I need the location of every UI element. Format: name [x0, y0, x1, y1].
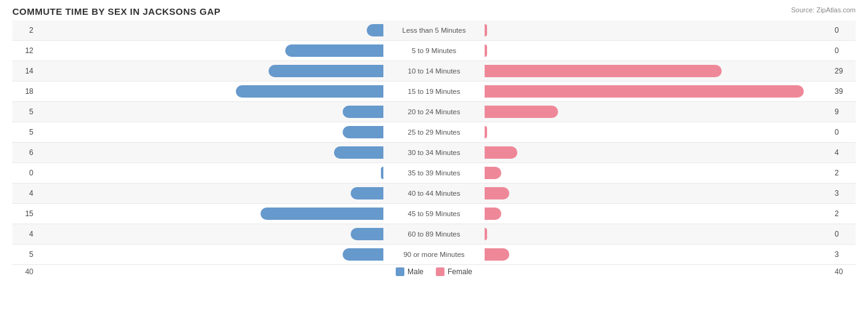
male-bar: [236, 85, 383, 98]
row-label: 45 to 59 Minutes: [385, 210, 483, 217]
chart-row: 1815 to 19 Minutes39: [12, 82, 856, 102]
male-value: 4: [12, 230, 37, 238]
row-label: 90 or more Minutes: [385, 251, 483, 258]
right-bars: [483, 41, 831, 61]
male-bar: [351, 187, 383, 199]
male-bar: [343, 106, 383, 118]
row-label: 25 to 29 Minutes: [385, 128, 483, 136]
female-bar: [485, 24, 487, 36]
left-bars: [37, 163, 385, 183]
female-value: 9: [831, 107, 856, 116]
row-label: 30 to 34 Minutes: [385, 149, 483, 156]
male-value: 5: [12, 128, 37, 136]
left-bars: [37, 20, 385, 40]
chart-row: 125 to 9 Minutes0: [12, 41, 856, 61]
male-bar: [269, 65, 383, 77]
female-bar: [485, 248, 509, 261]
female-bar: [485, 146, 517, 159]
right-bars: [483, 102, 831, 122]
male-value: 6: [12, 148, 37, 157]
right-bars: [483, 163, 831, 183]
bars-section: 5 to 9 Minutes: [37, 41, 831, 61]
left-bars: [37, 204, 385, 224]
female-value: 29: [831, 67, 856, 75]
row-label: 40 to 44 Minutes: [385, 190, 483, 197]
male-bar: [334, 146, 383, 159]
bars-section: 15 to 19 Minutes: [37, 82, 831, 101]
female-label: Female: [448, 267, 472, 276]
left-bars: [37, 102, 385, 122]
left-bars: [37, 61, 385, 81]
left-bars: [37, 245, 385, 264]
male-bar: [343, 126, 383, 138]
chart-row: 1410 to 14 Minutes29: [12, 61, 856, 82]
chart-row: 460 to 89 Minutes0: [12, 224, 856, 245]
female-color-box: [436, 267, 444, 276]
female-value: 0: [831, 230, 856, 238]
legend-male: Male: [396, 267, 424, 276]
male-bar: [285, 44, 383, 57]
male-value: 4: [12, 189, 37, 198]
right-bars: [483, 143, 831, 162]
left-bars: [37, 183, 385, 203]
female-bar: [485, 208, 501, 220]
female-bar: [485, 44, 487, 57]
female-value: 2: [831, 169, 856, 177]
source-label: Source: ZipAtlas.com: [791, 6, 856, 14]
right-bars: [483, 20, 831, 40]
row-label: 20 to 24 Minutes: [385, 108, 483, 115]
left-bars: [37, 143, 385, 162]
bars-section: Less than 5 Minutes: [37, 20, 831, 40]
chart-row: 2Less than 5 Minutes0: [12, 20, 856, 41]
left-bars: [37, 82, 385, 101]
male-value: 0: [12, 169, 37, 177]
left-bars: [37, 224, 385, 244]
male-value: 15: [12, 209, 37, 218]
row-label: 5 to 9 Minutes: [385, 47, 483, 54]
chart-row: 035 to 39 Minutes2: [12, 163, 856, 183]
bars-section: 35 to 39 Minutes: [37, 163, 831, 183]
female-bar: [485, 65, 722, 77]
female-bar: [485, 167, 501, 179]
right-bars: [483, 204, 831, 224]
male-bar: [381, 167, 383, 179]
bars-section: 20 to 24 Minutes: [37, 102, 831, 122]
axis-row: 40 Male Female 40: [12, 267, 856, 276]
female-value: 4: [831, 148, 856, 157]
right-bars: [483, 122, 831, 142]
male-value: 5: [12, 107, 37, 116]
female-value: 0: [831, 128, 856, 136]
female-value: 3: [831, 250, 856, 259]
bars-section: 25 to 29 Minutes: [37, 122, 831, 142]
female-value: 3: [831, 189, 856, 198]
male-label: Male: [407, 267, 424, 276]
right-bars: [483, 82, 831, 101]
right-bars: [483, 61, 831, 81]
chart-area: 2Less than 5 Minutes0125 to 9 Minutes014…: [12, 20, 856, 265]
female-value: 0: [831, 46, 856, 55]
legend: Male Female: [37, 267, 831, 276]
row-label: 15 to 19 Minutes: [385, 88, 483, 95]
bars-section: 30 to 34 Minutes: [37, 143, 831, 162]
bars-section: 10 to 14 Minutes: [37, 61, 831, 81]
male-bar: [343, 248, 383, 261]
bars-section: 60 to 89 Minutes: [37, 224, 831, 244]
left-bars: [37, 122, 385, 142]
chart-row: 440 to 44 Minutes3: [12, 183, 856, 204]
right-bars: [483, 245, 831, 264]
female-value: 39: [831, 87, 856, 96]
chart-row: 1545 to 59 Minutes2: [12, 204, 856, 224]
bars-section: 40 to 44 Minutes: [37, 183, 831, 203]
male-bar: [351, 228, 383, 240]
male-bar: [261, 208, 383, 220]
chart-title: COMMUTE TIME BY SEX IN JACKSONS GAP: [12, 6, 856, 17]
female-bar: [485, 126, 487, 138]
male-value: 2: [12, 26, 37, 35]
chart-row: 525 to 29 Minutes0: [12, 122, 856, 143]
legend-female: Female: [436, 267, 472, 276]
male-value: 5: [12, 250, 37, 259]
right-bars: [483, 183, 831, 203]
chart-row: 590 or more Minutes3: [12, 245, 856, 265]
male-value: 14: [12, 67, 37, 75]
row-label: 10 to 14 Minutes: [385, 67, 483, 75]
